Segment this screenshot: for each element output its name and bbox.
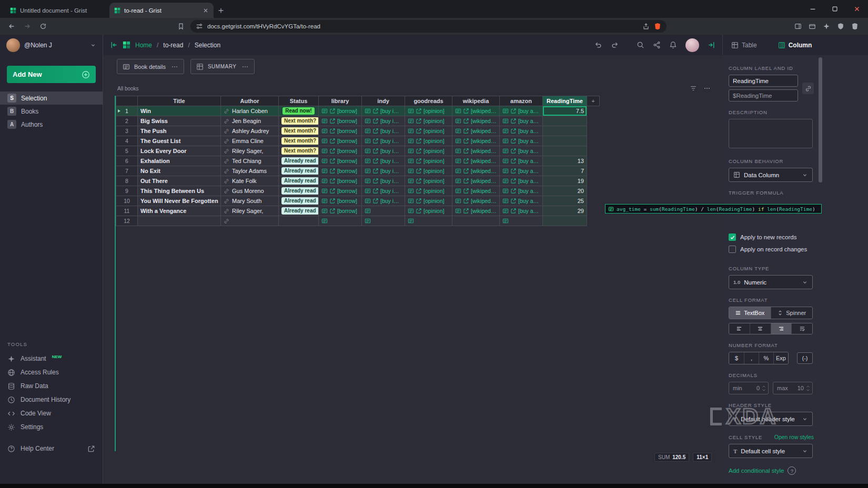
header-style-select[interactable]: T Default header style	[729, 412, 813, 426]
column-header-indy[interactable]: indy	[362, 96, 405, 106]
tab-close-icon[interactable]	[203, 7, 209, 14]
grid-corner-cell[interactable]	[116, 96, 138, 106]
cell-amazon[interactable]: [buy a…]	[500, 176, 543, 186]
widget-tab-summary[interactable]: SUMMARY	[190, 59, 255, 74]
cell-amazon[interactable]: [buy a…]	[500, 126, 543, 136]
row-number[interactable]: 10	[116, 196, 138, 206]
link-label[interactable]: [buy a…]	[518, 106, 540, 116]
link-label[interactable]: [wikipedia]	[471, 136, 497, 146]
cell-goodreads[interactable]: [opinion]	[405, 126, 452, 136]
row-number[interactable]: 7	[116, 166, 138, 176]
tool-item-assistant[interactable]: AssistantNEW	[0, 352, 103, 365]
rewards-icon[interactable]	[851, 23, 859, 30]
cell-title[interactable]: The Guest List	[138, 136, 221, 146]
cell-wikipedia[interactable]: [wikipedia]	[452, 136, 500, 146]
link-label[interactable]: [opinion]	[423, 196, 445, 206]
link-label[interactable]: [borrow]	[337, 156, 357, 166]
account-menu[interactable]: @Nolen J	[0, 35, 103, 55]
cell-wikipedia[interactable]: [wikipedia]	[452, 186, 500, 196]
add-column-button[interactable]: +	[587, 96, 600, 106]
row-number[interactable]: 11	[116, 206, 138, 216]
cell-goodreads[interactable]: [opinion]	[405, 196, 452, 206]
browser-tab-active[interactable]: to-read - Grist	[109, 3, 214, 18]
section-menu-icon[interactable]	[703, 85, 711, 92]
cell-library[interactable]: [borrow]	[319, 196, 362, 206]
cell-status[interactable]: Next month?	[279, 146, 319, 156]
link-label[interactable]: [opinion]	[423, 176, 445, 186]
notifications-icon[interactable]	[669, 41, 677, 49]
add-conditional-style-link[interactable]: Add conditional style	[729, 467, 784, 474]
cell-author[interactable]: Ted Chiang	[221, 156, 279, 166]
min-decimals-stepper[interactable]: min 0	[729, 382, 769, 394]
cell-library[interactable]: [borrow]	[319, 176, 362, 186]
wallet-icon[interactable]	[809, 23, 816, 30]
number-format-exp[interactable]: Exp	[773, 352, 788, 364]
cell-amazon[interactable]: [buy a…]	[500, 196, 543, 206]
url-bar[interactable]: docs.getgrist.com/tHVyRdCvYGTa/to-read	[190, 20, 667, 33]
cell-goodreads[interactable]: [opinion]	[405, 116, 452, 126]
align-left-button[interactable]	[729, 323, 750, 334]
cell-goodreads[interactable]: [opinion]	[405, 106, 452, 116]
cell-amazon[interactable]: [buy a…]	[500, 186, 543, 196]
expand-panel-icon[interactable]	[708, 41, 715, 49]
cell-title[interactable]: Win	[138, 106, 221, 116]
cell-indy[interactable]: [buy in…]	[362, 146, 405, 156]
cell-title[interactable]	[138, 216, 221, 226]
row-number[interactable]: 6	[116, 156, 138, 166]
link-label[interactable]: [wikipedia]	[471, 106, 497, 116]
cell-status[interactable]: Next month?	[279, 136, 319, 146]
cell-title[interactable]: You Will Never Be Forgotten	[138, 196, 221, 206]
cell-indy[interactable]: [buy in…]	[362, 106, 405, 116]
column-header-goodreads[interactable]: goodreads	[405, 96, 452, 106]
link-label[interactable]: [buy in…]	[380, 156, 402, 166]
cell-readingtime[interactable]	[543, 136, 587, 146]
browser-tab-inactive[interactable]: Untitled document - Grist	[5, 3, 109, 18]
link-label[interactable]: [buy in…]	[380, 126, 402, 136]
link-label[interactable]: [borrow]	[337, 116, 357, 126]
row-number[interactable]: 9	[116, 186, 138, 196]
cell-title[interactable]: With a Vengance	[138, 206, 221, 216]
cell-wikipedia[interactable]: [wikipedia]	[452, 146, 500, 156]
apply-record-changes-checkbox[interactable]: Apply on record changes	[729, 246, 814, 253]
cell-amazon[interactable]: [buy a…]	[500, 156, 543, 166]
link-label[interactable]: [buy in…]	[380, 186, 402, 196]
cell-status[interactable]: Next month?	[279, 126, 319, 136]
cell-indy[interactable]: [buy in…]	[362, 126, 405, 136]
reload-button[interactable]	[37, 20, 49, 33]
cell-goodreads[interactable]: [opinion]	[405, 176, 452, 186]
row-number[interactable]: 2	[116, 116, 138, 126]
link-label[interactable]: [buy in…]	[380, 116, 402, 126]
cell-indy[interactable]: [buy in…]	[362, 166, 405, 176]
minimize-button[interactable]	[802, 0, 824, 18]
link-label[interactable]: [buy a…]	[518, 176, 540, 186]
link-label[interactable]: [borrow]	[337, 206, 357, 216]
cell-amazon[interactable]: [buy a…]	[500, 206, 543, 216]
cell-wikipedia[interactable]: [wikipedia]	[452, 106, 500, 116]
sort-filter-icon[interactable]	[690, 85, 697, 92]
cell-wikipedia[interactable]: [wikipedia]	[452, 156, 500, 166]
format-textbox-button[interactable]: TextBox	[729, 307, 771, 319]
cell-goodreads[interactable]: [opinion]	[405, 146, 452, 156]
cell-amazon[interactable]: [buy a…]	[500, 116, 543, 126]
cell-library[interactable]: [borrow]	[319, 106, 362, 116]
link-label[interactable]: [wikipedia]	[471, 126, 497, 136]
cell-wikipedia[interactable]: [wikipedia]	[452, 176, 500, 186]
link-label[interactable]: [buy a…]	[518, 156, 540, 166]
widget-tab-book-details[interactable]: Book details	[117, 59, 184, 74]
link-label[interactable]: [opinion]	[423, 146, 445, 156]
row-number[interactable]: 12	[116, 216, 138, 226]
link-label[interactable]: [buy a…]	[518, 196, 540, 206]
cell-readingtime[interactable]	[543, 126, 587, 136]
wrap-text-button[interactable]	[791, 323, 812, 334]
cell-wikipedia[interactable]: [wikipedia]	[452, 166, 500, 176]
number-format-[interactable]: $	[729, 352, 744, 364]
link-label[interactable]: [wikipedia]	[471, 186, 497, 196]
share-page-icon[interactable]	[642, 23, 650, 30]
cell-status[interactable]: Already read	[279, 176, 319, 186]
cell-author[interactable]: Jen Beagin	[221, 116, 279, 126]
cell-title[interactable]: This Thing Between Us	[138, 186, 221, 196]
add-new-button[interactable]: Add New	[7, 66, 96, 83]
link-label[interactable]: [buy a…]	[518, 166, 540, 176]
cell-amazon[interactable]: [buy a…]	[500, 146, 543, 156]
link-label[interactable]: [buy in…]	[380, 166, 402, 176]
